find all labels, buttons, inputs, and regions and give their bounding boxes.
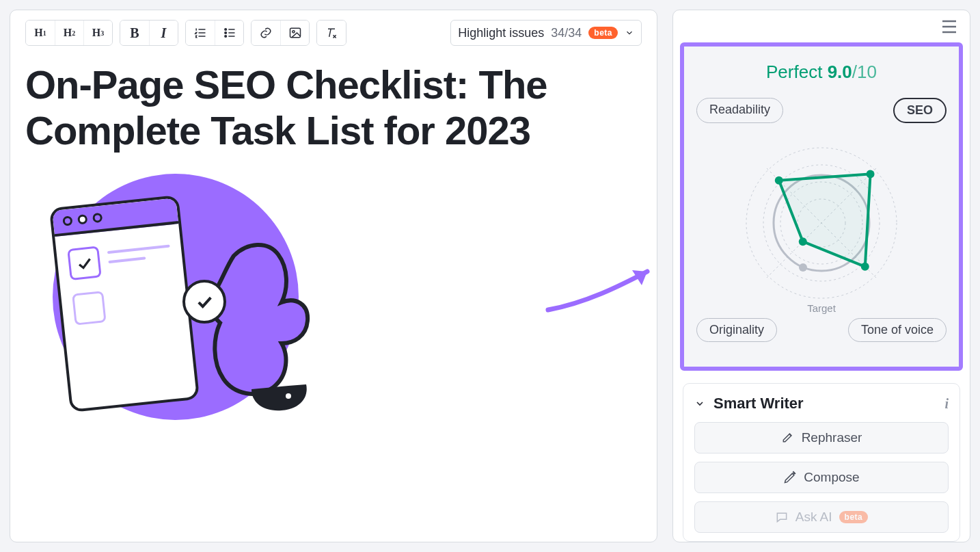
heading-group: H1 H2 H3 (25, 20, 113, 46)
h2-button[interactable]: H2 (55, 21, 83, 45)
info-icon[interactable]: i (944, 396, 949, 412)
ask-ai-button[interactable]: Ask AI beta (694, 501, 949, 533)
numbered-list-icon (193, 26, 207, 40)
metric-seo[interactable]: SEO (893, 98, 947, 123)
h3-button[interactable]: H3 (83, 21, 112, 45)
image-icon (288, 26, 302, 40)
metric-tone[interactable]: Tone of voice (848, 318, 947, 342)
clear-format-icon (325, 26, 338, 40)
document-title[interactable]: On-Page SEO Checklist: The Complete Task… (25, 62, 642, 153)
smart-writer-panel: Smart Writer i Rephraser Compose Ask AI … (683, 383, 960, 542)
link-icon (259, 26, 273, 40)
svg-point-14 (775, 176, 783, 185)
bold-button[interactable]: B (120, 21, 149, 45)
editor-panel: H1 H2 H3 B I (10, 10, 657, 542)
numbered-list-button[interactable] (186, 21, 215, 45)
svg-point-15 (867, 170, 875, 178)
smart-writer-title: Smart Writer (713, 395, 936, 412)
menu-icon[interactable] (941, 20, 957, 34)
rephraser-button[interactable]: Rephraser (694, 422, 949, 454)
ask-ai-beta-badge: beta (839, 511, 869, 523)
metric-readability[interactable]: Readability (696, 98, 783, 123)
highlight-count: 34/34 (551, 26, 582, 40)
score-card: Perfect 9.0/10 Readability SEO (680, 42, 963, 371)
svg-rect-3 (290, 28, 300, 37)
clear-format-button[interactable] (317, 21, 346, 45)
h1-button[interactable]: H1 (26, 21, 55, 45)
compose-button[interactable]: Compose (694, 462, 949, 493)
svg-point-16 (861, 263, 869, 271)
svg-point-13 (799, 263, 807, 272)
svg-point-5 (286, 393, 291, 399)
highlight-issues-dropdown[interactable]: Highlight issues 34/34 beta (450, 20, 642, 46)
target-label: Target (807, 302, 836, 314)
chevron-down-icon (625, 28, 634, 38)
metric-originality[interactable]: Originality (696, 318, 777, 342)
ok-check-icon (182, 280, 226, 324)
bullet-list-icon (223, 26, 236, 40)
svg-point-17 (799, 237, 807, 246)
compose-icon (783, 471, 797, 484)
svg-point-1 (224, 32, 226, 34)
image-button[interactable] (280, 21, 309, 45)
style-group: B I (120, 20, 178, 46)
svg-point-2 (224, 36, 226, 38)
list-group (185, 20, 244, 46)
rephraser-icon (781, 431, 795, 445)
insert-group (251, 20, 310, 46)
radar-chart (733, 134, 910, 312)
svg-point-4 (292, 31, 294, 33)
chat-icon (775, 510, 789, 524)
arrow-illustration (545, 262, 657, 319)
collapse-icon[interactable] (694, 398, 705, 409)
link-button[interactable] (251, 21, 280, 45)
sidebar-panel: Perfect 9.0/10 Readability SEO (672, 10, 970, 542)
score-title: Perfect 9.0/10 (766, 62, 877, 83)
clear-group (316, 20, 346, 46)
highlight-label: Highlight issues (458, 26, 544, 40)
italic-button[interactable]: I (149, 21, 178, 45)
editor-toolbar: H1 H2 H3 B I (25, 20, 642, 46)
bullet-list-button[interactable] (215, 21, 243, 45)
svg-point-0 (224, 29, 226, 31)
beta-badge: beta (588, 27, 618, 39)
hero-illustration (12, 174, 340, 461)
sidebar-header (673, 10, 970, 42)
